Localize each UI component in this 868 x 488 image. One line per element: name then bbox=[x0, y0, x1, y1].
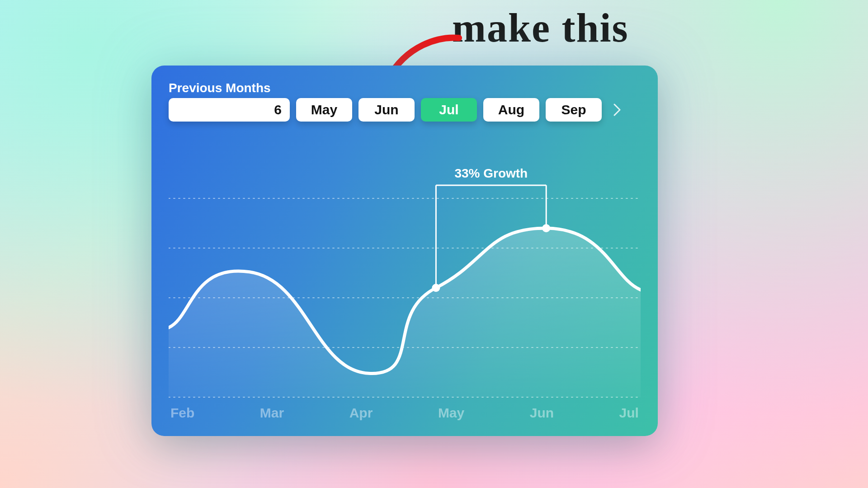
chevron-right-icon bbox=[613, 103, 621, 117]
x-tick: Feb bbox=[170, 405, 194, 421]
growth-callout: 33% Growth bbox=[454, 166, 528, 181]
month-pill-aug[interactable]: Aug bbox=[483, 98, 539, 122]
previous-months-input[interactable] bbox=[169, 98, 290, 122]
chart-card: Previous Months May Jun Jul Aug Sep bbox=[151, 66, 658, 436]
controls-row: May Jun Jul Aug Sep bbox=[169, 98, 641, 122]
month-pill-jul[interactable]: Jul bbox=[421, 98, 477, 122]
previous-months-label: Previous Months bbox=[169, 81, 641, 95]
month-pill-may[interactable]: May bbox=[296, 98, 352, 122]
svg-point-9 bbox=[542, 224, 550, 232]
x-tick: Apr bbox=[349, 405, 373, 421]
x-tick: Mar bbox=[260, 405, 284, 421]
area-chart-svg bbox=[169, 149, 641, 424]
month-pill-sep[interactable]: Sep bbox=[546, 98, 602, 122]
handwritten-annotation: make this bbox=[452, 5, 629, 51]
x-axis: FebMarAprMayJunJul bbox=[169, 402, 641, 424]
month-pill-jun[interactable]: Jun bbox=[359, 98, 415, 122]
x-tick: May bbox=[438, 405, 464, 421]
svg-point-8 bbox=[432, 284, 440, 292]
x-tick: Jul bbox=[619, 405, 639, 421]
x-tick: Jun bbox=[530, 405, 554, 421]
next-month-button[interactable] bbox=[608, 98, 626, 122]
chart-area: 33% Growth FebMarAprMayJunJul bbox=[169, 149, 641, 424]
